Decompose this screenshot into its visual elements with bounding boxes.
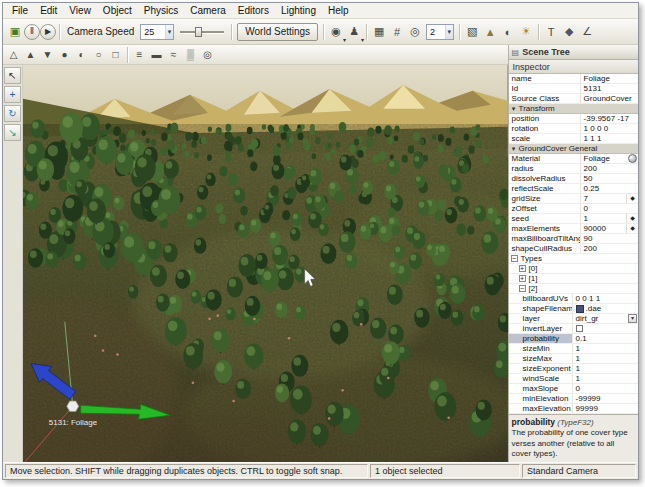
group-types[interactable]: −Types	[509, 254, 638, 264]
property-sizemin[interactable]: sizeMin1	[509, 344, 638, 354]
play-button[interactable]: ▶	[40, 24, 56, 40]
menu-camera[interactable]: Camera	[184, 5, 232, 16]
menu-view[interactable]: View	[63, 5, 97, 16]
property-value[interactable]: -39.9567 -17	[581, 114, 638, 123]
raise-terrain-icon[interactable]: ▲	[22, 47, 39, 63]
scene-tree-header[interactable]: ▤ Scene Tree	[509, 45, 638, 60]
value-spinner[interactable]: ◆	[626, 214, 638, 223]
text-tool-icon[interactable]: T	[542, 23, 560, 41]
paint-material-icon[interactable]: ◐	[73, 47, 90, 63]
camera-view-icon[interactable]: ◉▾	[327, 23, 345, 41]
property-material[interactable]: MaterialFoliage	[509, 154, 638, 164]
property-scale[interactable]: scale1 1 1	[509, 134, 638, 144]
property-value[interactable]: 1	[573, 374, 638, 383]
property-shapefilename[interactable]: shapeFilename.dae	[509, 304, 638, 314]
property-value[interactable]: Foliage	[581, 74, 638, 83]
section-groundcover-general[interactable]: ▾GroundCover General	[509, 144, 638, 154]
erosion-tool-icon[interactable]: ≈	[165, 47, 182, 63]
chevron-down-icon[interactable]: ▾	[445, 25, 454, 39]
snap-size-dropdown[interactable]: 2▾	[426, 24, 454, 40]
menu-editors[interactable]: Editors	[232, 5, 275, 16]
property-zoffset[interactable]: zOffset0	[509, 204, 638, 214]
menu-lighting[interactable]: Lighting	[275, 5, 322, 16]
property-rotation[interactable]: rotation1 0 0 0	[509, 124, 638, 134]
property-billboarduvs[interactable]: billboardUVs0 0 1 1	[509, 294, 638, 304]
flatten-terrain-icon[interactable]: ▬	[148, 47, 165, 63]
property-probability[interactable]: probability0.1	[509, 334, 638, 344]
property-sizemax[interactable]: sizeMax1	[509, 354, 638, 364]
property-sizeexponent[interactable]: sizeExponent1	[509, 364, 638, 374]
player-view-icon[interactable]: ♟▾	[345, 23, 363, 41]
group-0[interactable]: +[0]	[509, 264, 638, 274]
dropdown-button[interactable]: ▾	[628, 314, 637, 323]
menu-help[interactable]: Help	[322, 5, 355, 16]
lasso-select-icon[interactable]: △	[5, 47, 22, 63]
camera-speed-slider[interactable]	[180, 25, 224, 39]
section-transform[interactable]: ▾Transform	[509, 104, 638, 114]
property-position[interactable]: position-39.9567 -17	[509, 114, 638, 124]
property-maxelevation[interactable]: maxElevation99999	[509, 404, 638, 414]
collapse-arrow-icon[interactable]: ▾	[509, 104, 519, 113]
select-cursor-icon[interactable]: ↖	[4, 67, 21, 84]
property-value[interactable]: dirt_gr▾	[573, 314, 638, 323]
measure-tool-icon[interactable]: ∠	[578, 23, 596, 41]
world-settings-button[interactable]: World Settings	[237, 23, 318, 41]
property-invertlayer[interactable]: invertLayer	[509, 324, 638, 334]
property-value[interactable]: 0.25	[581, 184, 638, 193]
file-picker-button[interactable]	[576, 305, 584, 313]
collapse-box-icon[interactable]: −	[511, 255, 518, 262]
property-minelevation[interactable]: minElevation-99999	[509, 394, 638, 404]
property-value[interactable]: 200	[581, 244, 638, 253]
menu-object[interactable]: Object	[97, 5, 138, 16]
property-value[interactable]: 1 1 1	[581, 134, 638, 143]
property-maxbillboardtiltangle[interactable]: maxBillboardTiltAngle90	[509, 234, 638, 244]
property-value[interactable]	[573, 324, 638, 333]
set-height-icon[interactable]: ≡	[131, 47, 148, 63]
property-reflectscale[interactable]: reflectScale0.25	[509, 184, 638, 194]
menu-file[interactable]: File	[6, 5, 34, 16]
property-value[interactable]: 90	[581, 234, 638, 243]
group-2[interactable]: −[2]	[509, 284, 638, 294]
property-value[interactable]: 0 0 1 1	[573, 294, 638, 303]
camera-speed-dropdown[interactable]: 25▾	[140, 24, 174, 40]
property-layer[interactable]: layerdirt_gr▾	[509, 314, 638, 324]
world-editor-icon[interactable]: ▣	[6, 23, 24, 41]
rotate-tool-icon[interactable]: ↻	[4, 105, 21, 122]
noise-tool-icon[interactable]: ▒	[182, 47, 199, 63]
property-value[interactable]: 1	[573, 354, 638, 363]
property-name[interactable]: nameFoliage	[509, 74, 638, 84]
collapse-arrow-icon[interactable]: ▾	[509, 144, 519, 153]
lighting-editor-icon[interactable]: ☀	[517, 23, 535, 41]
property-gridsize[interactable]: gridSize7◆	[509, 194, 638, 204]
property-value[interactable]: 90000◆	[581, 224, 638, 233]
property-value[interactable]: 1 0 0 0	[581, 124, 638, 133]
property-value[interactable]: 200	[581, 164, 638, 173]
shape-editor-icon[interactable]: ◆	[560, 23, 578, 41]
material-editor-icon[interactable]: ◐	[499, 23, 517, 41]
property-value[interactable]: 1◆	[581, 214, 638, 223]
expand-box-icon[interactable]: +	[519, 275, 526, 282]
property-dissolveradius[interactable]: dissolveRadius50	[509, 174, 638, 184]
property-value[interactable]: 1	[573, 364, 638, 373]
property-id[interactable]: Id5131	[509, 84, 638, 94]
property-source-class[interactable]: Source ClassGroundCover	[509, 94, 638, 104]
property-value[interactable]: 5131	[581, 84, 638, 93]
snap-to-grid-icon[interactable]: #	[388, 23, 406, 41]
material-preview-icon[interactable]	[628, 154, 637, 163]
terrain-editor-icon[interactable]: ▲	[481, 23, 499, 41]
menu-physics[interactable]: Physics	[138, 5, 184, 16]
property-value[interactable]: GroundCover	[581, 94, 638, 103]
brush-settings-icon[interactable]: ◎	[199, 47, 216, 63]
pause-button[interactable]: Ⅱ	[24, 24, 40, 40]
property-value[interactable]: 99999	[573, 404, 638, 413]
expand-box-icon[interactable]: +	[519, 265, 526, 272]
inspector-header[interactable]: Inspector	[509, 60, 638, 74]
property-value[interactable]: 0.1	[573, 334, 638, 343]
property-value[interactable]: -99999	[573, 394, 638, 403]
viewport-3d[interactable]: 5131: Foliage	[23, 65, 508, 462]
chevron-down-icon[interactable]: ▾	[165, 25, 174, 39]
camera-speed-slider-thumb[interactable]	[195, 27, 202, 37]
collapse-box-icon[interactable]: −	[519, 285, 526, 292]
property-shapecullradius[interactable]: shapeCullRadius200	[509, 244, 638, 254]
property-value[interactable]: 1	[573, 344, 638, 353]
